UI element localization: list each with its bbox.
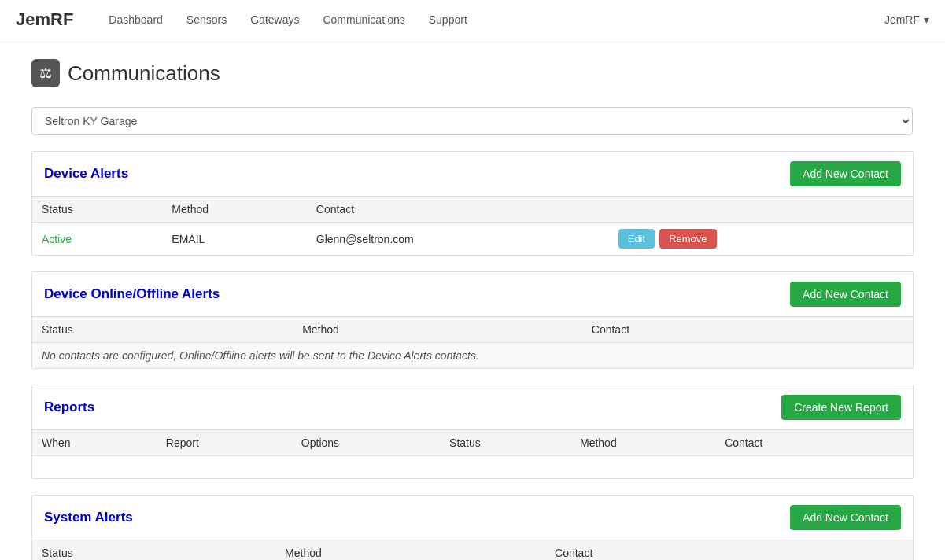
chevron-down-icon: ▾ [924, 13, 929, 26]
method-cell: EMAIL [162, 223, 306, 256]
remove-button[interactable]: Remove [659, 229, 716, 249]
add-new-contact-button-device-alerts[interactable]: Add New Contact [790, 161, 901, 186]
device-online-offline-header: Device Online/Offline Alerts Add New Con… [32, 272, 913, 316]
contact-cell: Glenn@seltron.com [307, 223, 609, 256]
page-content: ⚖ Communications Seltron KY Garage Devic… [0, 39, 945, 560]
navbar: JemRF Dashboard Sensors Gateways Communi… [0, 0, 945, 39]
table-header-row: Status Method Contact [32, 197, 913, 223]
reports-header: Reports Create New Report [32, 385, 913, 429]
device-alerts-title: Device Alerts [44, 166, 128, 182]
nav-item-dashboard[interactable]: Dashboard [97, 0, 175, 39]
col-actions [821, 540, 913, 561]
reports-title: Reports [44, 400, 94, 415]
brand-logo[interactable]: JemRF [16, 9, 73, 30]
add-new-contact-button-online-offline[interactable]: Add New Contact [790, 282, 901, 307]
col-status: Status [32, 540, 275, 561]
location-select[interactable]: Seltron KY Garage [31, 107, 913, 135]
col-contact: Contact [582, 317, 878, 343]
page-header: ⚖ Communications [31, 59, 914, 87]
empty-actions [878, 343, 914, 369]
edit-button[interactable]: Edit [618, 229, 655, 249]
system-alerts-title: System Alerts [44, 510, 133, 525]
device-online-offline-title: Device Online/Offline Alerts [44, 286, 220, 302]
user-menu[interactable]: JemRF ▾ [884, 13, 929, 26]
table-row: Active EMAIL Glenn@seltron.com Edit Remo… [32, 223, 913, 256]
col-report: Report [157, 430, 292, 456]
col-contact: Contact [715, 430, 863, 456]
device-online-offline-section: Device Online/Offline Alerts Add New Con… [31, 271, 914, 369]
system-alerts-header: System Alerts Add New Contact [32, 496, 913, 540]
col-status: Status [32, 197, 162, 223]
nav-menu: Dashboard Sensors Gateways Communication… [97, 0, 884, 39]
system-alerts-section: System Alerts Add New Contact Status Met… [31, 495, 914, 560]
reports-table: When Report Options Status Method Contac… [32, 429, 913, 478]
table-row-empty [32, 456, 913, 479]
col-method: Method [570, 430, 715, 456]
user-menu-label: JemRF [884, 13, 920, 26]
col-contact: Contact [545, 540, 821, 561]
info-message: No contacts are configured, Online/Offli… [32, 343, 878, 369]
col-status: Status [32, 317, 293, 343]
col-actions [863, 430, 913, 456]
col-actions [609, 197, 913, 223]
col-method: Method [162, 197, 306, 223]
action-buttons: Edit Remove [618, 229, 903, 249]
table-header-row: Status Method Contact [32, 540, 913, 561]
nav-item-support[interactable]: Support [417, 0, 479, 39]
system-alerts-table: Status Method Contact [32, 540, 913, 560]
table-header-row: Status Method Contact [32, 317, 913, 343]
col-method: Method [293, 317, 582, 343]
empty-row [32, 456, 913, 479]
device-alerts-section: Device Alerts Add New Contact Status Met… [31, 151, 914, 256]
status-cell: Active [32, 223, 162, 256]
nav-item-sensors[interactable]: Sensors [175, 0, 238, 39]
col-contact: Contact [307, 197, 609, 223]
nav-item-gateways[interactable]: Gateways [238, 0, 311, 39]
actions-cell: Edit Remove [609, 223, 913, 256]
col-actions [878, 317, 914, 343]
page-icon: ⚖ [31, 59, 60, 87]
page-title: Communications [68, 61, 220, 86]
device-alerts-header: Device Alerts Add New Contact [32, 152, 913, 196]
device-online-offline-table: Status Method Contact No contacts are co… [32, 316, 913, 368]
nav-item-communications[interactable]: Communications [311, 0, 416, 39]
col-when: When [32, 430, 157, 456]
device-alerts-table: Status Method Contact Active EMAIL Glenn… [32, 196, 913, 255]
table-header-row: When Report Options Status Method Contac… [32, 430, 913, 456]
col-status: Status [440, 430, 570, 456]
col-method: Method [275, 540, 545, 561]
col-options: Options [292, 430, 440, 456]
create-new-report-button[interactable]: Create New Report [781, 395, 901, 420]
reports-section: Reports Create New Report When Report Op… [31, 385, 914, 479]
table-row: No contacts are configured, Online/Offli… [32, 343, 913, 369]
add-new-contact-button-system[interactable]: Add New Contact [790, 505, 901, 530]
